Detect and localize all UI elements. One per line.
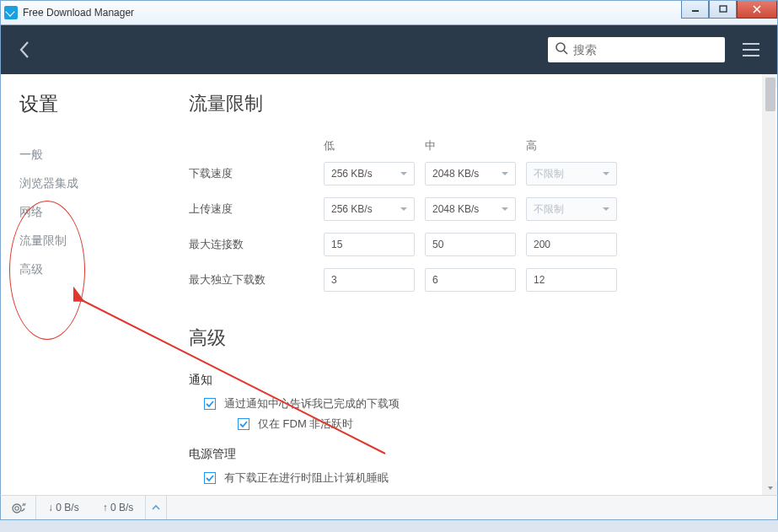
row-label: 下载速度: [189, 166, 324, 181]
row-label: 最大独立下载数: [189, 272, 324, 287]
sidebar-item-traffic[interactable]: 流量限制: [19, 227, 165, 255]
traffic-row: 最大连接数1550200: [189, 233, 754, 256]
sidebar-item-general[interactable]: 一般: [19, 141, 165, 169]
power-label: 电源管理: [189, 447, 754, 462]
traffic-row: 上传速度256 KB/s2048 KB/s不限制: [189, 197, 754, 221]
notify-inactive-label: 仅在 FDM 非活跃时: [258, 416, 353, 432]
speed-dropdown[interactable]: 2048 KB/s: [425, 162, 516, 185]
speed-dropdown[interactable]: 2048 KB/s: [425, 197, 516, 221]
svg-rect-1: [720, 6, 727, 12]
window-title: Free Download Manager: [23, 7, 134, 19]
power-prevent-sleep-label: 有下载正在进行时阻止计算机睡眠: [224, 470, 389, 486]
notify-inactive-row[interactable]: 仅在 FDM 非活跃时: [238, 416, 754, 432]
sidebar-item-network[interactable]: 网络: [19, 198, 165, 227]
app-icon: [4, 6, 18, 19]
number-input[interactable]: 50: [425, 233, 516, 256]
svg-rect-0: [692, 10, 699, 12]
speed-dropdown[interactable]: 不限制: [526, 197, 617, 221]
number-input[interactable]: 200: [526, 233, 617, 256]
notify-label: 通知: [189, 373, 754, 388]
search-box[interactable]: [548, 37, 725, 62]
column-headers: 低 中 高: [324, 138, 754, 153]
traffic-row: 下载速度256 KB/s2048 KB/s不限制: [189, 162, 754, 185]
maximize-button[interactable]: [709, 1, 737, 19]
close-button[interactable]: [737, 1, 777, 19]
main-area: 设置 一般 浏览器集成 网络 流量限制 高级 流量限制 低 中 高 下载速度25…: [0, 74, 778, 495]
upload-speed: ↑ 0 B/s: [91, 502, 146, 513]
checkbox-checked-icon: [204, 472, 216, 484]
row-label: 上传速度: [189, 202, 324, 217]
search-input[interactable]: [573, 43, 718, 56]
number-input[interactable]: 6: [425, 268, 516, 292]
col-high: 高: [526, 138, 627, 153]
scrollbar-thumb[interactable]: [765, 78, 775, 111]
status-bar: ↓ 0 B/s ↑ 0 B/s: [0, 495, 778, 520]
sidebar-item-advanced[interactable]: 高级: [19, 255, 165, 284]
settings-content: 流量限制 低 中 高 下载速度256 KB/s2048 KB/s不限制上传速度2…: [165, 74, 777, 495]
speed-dropdown[interactable]: 256 KB/s: [324, 162, 415, 185]
sidebar-item-browser[interactable]: 浏览器集成: [19, 169, 165, 198]
section-advanced-heading: 高级: [189, 325, 754, 351]
app-header: [0, 25, 778, 74]
svg-point-5: [14, 507, 18, 510]
col-low: 低: [324, 138, 425, 153]
speed-dropdown[interactable]: 256 KB/s: [324, 197, 415, 221]
window-titlebar: Free Download Manager: [0, 0, 778, 25]
menu-button[interactable]: [738, 37, 764, 62]
col-mid: 中: [425, 138, 526, 153]
svg-point-2: [556, 43, 565, 51]
status-expand-button[interactable]: [145, 496, 167, 519]
traffic-row: 最大独立下载数3612: [189, 268, 754, 292]
download-speed: ↓ 0 B/s: [36, 502, 91, 513]
row-label: 最大连接数: [189, 237, 324, 252]
notify-completed-row[interactable]: 通过通知中心告诉我已完成的下载项: [204, 396, 754, 411]
number-input[interactable]: 15: [324, 233, 415, 256]
svg-point-4: [13, 504, 21, 513]
settings-sidebar: 设置 一般 浏览器集成 网络 流量限制 高级: [1, 74, 165, 495]
back-button[interactable]: [14, 40, 35, 60]
scrollbar-track[interactable]: [762, 74, 775, 495]
checkbox-checked-icon: [204, 398, 216, 410]
notify-completed-label: 通过通知中心告诉我已完成的下载项: [224, 396, 400, 411]
number-input[interactable]: 3: [324, 268, 415, 292]
search-icon: [555, 41, 568, 58]
number-input[interactable]: 12: [526, 268, 617, 292]
speed-dropdown[interactable]: 不限制: [526, 162, 617, 185]
sidebar-title: 设置: [19, 91, 165, 117]
checkbox-checked-icon: [238, 418, 249, 430]
power-prevent-sleep-row[interactable]: 有下载正在进行时阻止计算机睡眠: [204, 470, 754, 486]
scroll-down-button[interactable]: [764, 481, 777, 495]
minimize-button[interactable]: [681, 1, 709, 19]
section-traffic-heading: 流量限制: [189, 91, 754, 116]
snail-mode-button[interactable]: [1, 496, 36, 519]
